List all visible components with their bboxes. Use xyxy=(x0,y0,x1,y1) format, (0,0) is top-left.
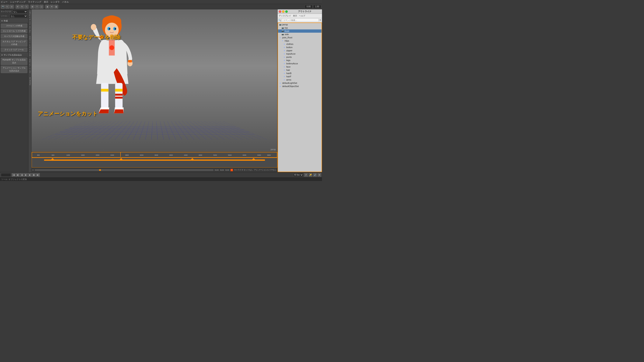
transport-goto-end[interactable]: ▶| xyxy=(36,173,40,177)
transport-play-fwd[interactable]: ▶ xyxy=(24,173,28,177)
toolbar-btn-light[interactable]: ☀ xyxy=(50,5,54,9)
camera-icon: 📷 xyxy=(281,26,284,29)
toolbar-btn-select[interactable]: ↖ xyxy=(5,5,9,9)
outliner-item-zipper[interactable]: zipper xyxy=(278,49,322,52)
toolbar-btn-wire[interactable]: ◻ xyxy=(39,5,44,9)
win-minimize-btn[interactable] xyxy=(282,10,284,13)
btn-load-humanik-sample[interactable]: HumanIK サンプルを読み込み xyxy=(1,58,28,65)
vert-tab-scene[interactable]: シーン ハイアラーキ xyxy=(28,59,32,76)
outliner-menu-display[interactable]: ディスプレイ xyxy=(279,14,291,17)
section-samples-header: サンプルを読み込み xyxy=(0,53,28,57)
menu-display[interactable]: 表示 xyxy=(44,0,48,4)
char-label: キャラクタ: xyxy=(1,10,12,13)
menu-view[interactable]: ビュー xyxy=(1,0,8,4)
current-frame-input[interactable]: 1039 xyxy=(1,173,11,177)
joint-icon xyxy=(279,36,282,39)
transport-goto-start[interactable]: |◀ xyxy=(12,173,16,177)
menu-lighting[interactable]: ライティング xyxy=(28,0,42,4)
outliner-item-side[interactable]: 📷 side xyxy=(278,33,322,36)
fps-select[interactable]: 60 fps 30 fps 24 fps xyxy=(293,173,303,177)
outliner-item-hair[interactable]: hair xyxy=(278,68,322,72)
mesh-icon xyxy=(283,59,286,62)
menu-renderer[interactable]: レンダラ xyxy=(51,0,60,4)
source-select[interactable]: なし xyxy=(10,14,28,18)
outliner-item-clothes[interactable]: clothes xyxy=(278,42,322,46)
mesh-icon xyxy=(283,65,286,68)
vert-tab-project[interactable]: プロジェクト テンプレート xyxy=(28,10,32,36)
outliner-item-hairb[interactable]: hairB xyxy=(278,72,322,75)
source-label: ソース： xyxy=(1,14,9,18)
search-input[interactable] xyxy=(282,18,318,22)
outliner-item-front[interactable]: 📷 front xyxy=(278,30,322,33)
mesh-icon xyxy=(283,42,286,46)
toolbar-btn-shading[interactable]: ◑ xyxy=(45,5,49,9)
toolbar-end-field[interactable] xyxy=(313,5,321,8)
outliner-item-label: topsAcce xyxy=(286,52,296,55)
settings-btn[interactable]: ⚙ xyxy=(318,173,321,177)
key-btn[interactable]: 🔑 xyxy=(308,173,312,177)
outliner-item-top[interactable]: 📷 top xyxy=(278,26,322,30)
btn-create-custom-rig[interactable]: カスタム リグ マッピングの作成 xyxy=(1,39,28,47)
search-icon: 🔍 xyxy=(278,19,281,22)
vert-tab-bar: プロジェクト テンプレート キャラクタ コントロール シーン ハイアラーキ Hu… xyxy=(28,9,32,172)
loop-btn[interactable]: ↺ xyxy=(304,173,308,177)
outliner-item-default-light-set[interactable]: defaultLightSet xyxy=(278,81,322,84)
audio-btn[interactable]: 🔊 xyxy=(313,173,317,177)
outliner-item-hips[interactable]: Hips xyxy=(278,39,322,42)
transport-prev-key[interactable]: ◀| xyxy=(16,173,20,177)
char-select[interactable]: なし xyxy=(12,10,28,14)
btn-create-control-rig[interactable]: コントロール リグの作成 xyxy=(1,29,28,33)
add-key-btn[interactable]: + xyxy=(230,169,233,171)
btn-create-skeleton[interactable]: スケルトンの作成 xyxy=(1,24,28,28)
vert-tab-humanik[interactable]: Human IK xyxy=(28,76,32,86)
win-close-btn[interactable] xyxy=(279,10,281,13)
transport-next-key[interactable]: |▶ xyxy=(32,173,36,177)
status-text: ツール: オブジェクトの変換 xyxy=(1,178,27,181)
menu-panel[interactable]: パネル xyxy=(62,0,69,4)
outliner-item-legs[interactable]: legs xyxy=(278,59,322,62)
btn-create-char-def[interactable]: キャラクタ定義を作成 xyxy=(1,34,28,38)
character-figure xyxy=(76,14,147,127)
search-dropdown-icon[interactable]: ▼ xyxy=(319,19,321,21)
mesh-icon xyxy=(283,56,286,58)
toolbar-btn-texture[interactable]: ▤ xyxy=(54,5,58,9)
outliner-item-topsacce[interactable]: topsAcce xyxy=(278,52,322,56)
timeline-tracks[interactable] xyxy=(32,158,277,168)
vert-tab-char[interactable]: キャラクタ コントロール xyxy=(28,36,32,59)
tl-9100b: 9100 xyxy=(220,169,224,171)
outliner-content[interactable]: 📷 persp 📷 top 📷 front 📷 side join xyxy=(278,22,322,172)
outliner-menu-view[interactable]: 表示 xyxy=(293,14,297,17)
outliner-item-label: button xyxy=(286,46,292,48)
toolbar-btn-cam[interactable]: 📷 xyxy=(1,5,5,9)
toolbar-btn-rotate[interactable]: ↻ xyxy=(20,5,24,9)
toolbar-start-field[interactable] xyxy=(304,5,313,8)
outliner-item-button[interactable]: button xyxy=(278,46,322,49)
toolbar-btn-snap[interactable]: ⌗ xyxy=(35,5,39,9)
outliner-item-punts[interactable]: punts xyxy=(278,56,322,59)
transport-prev-frame[interactable]: ◀ xyxy=(20,173,24,177)
timeline-ruler[interactable]: 400 800 1200 1600 2000 2400 1039 2800 32… xyxy=(32,152,277,158)
toolbar-btn-scale[interactable]: ⤡ xyxy=(24,5,28,9)
camera-icon: 📷 xyxy=(281,30,284,32)
outliner-item-joint-root[interactable]: joint_Root xyxy=(278,36,322,39)
btn-quick-rig[interactable]: クイック リグ ツール xyxy=(1,48,28,52)
outliner-menu-help[interactable]: ヘルプ xyxy=(299,14,305,17)
outliner-item-default-object-set[interactable]: defaultObjectSet xyxy=(278,84,322,88)
outliner-item-label: defaultObjectSet xyxy=(282,85,299,88)
toolbar-btn-grid[interactable]: ⊞ xyxy=(30,5,34,9)
menu-shading[interactable]: シェーディング xyxy=(10,0,26,4)
outliner-item-face[interactable]: face xyxy=(278,65,322,68)
transport-next-frame[interactable]: ▶ xyxy=(28,173,32,177)
outliner-item-arms[interactable]: arms xyxy=(278,78,322,81)
outliner-item-bottmsacce[interactable]: bottmsAcce xyxy=(278,62,322,65)
viewport[interactable]: 不要なデータを削除 アニメーションをカット xyxy=(32,9,277,152)
outliner-item-hairf[interactable]: hairF xyxy=(278,75,322,78)
outliner-item-persp[interactable]: 📷 persp xyxy=(278,23,322,26)
btn-load-anim-sample[interactable]: アニメーション サンプルを読み込み xyxy=(1,66,28,73)
toolbar: 📷 ↖ ⊙ ✛ ↻ ⤡ ⊞ ⌗ ◻ ◑ ☀ ▤ xyxy=(0,4,322,9)
toolbar-btn-lasso[interactable]: ⊙ xyxy=(10,5,14,9)
frame-label: 1039 xyxy=(118,152,121,153)
toolbar-btn-move[interactable]: ✛ xyxy=(16,5,20,9)
win-maximize-btn[interactable] xyxy=(285,10,288,13)
svg-point-1 xyxy=(105,22,119,37)
